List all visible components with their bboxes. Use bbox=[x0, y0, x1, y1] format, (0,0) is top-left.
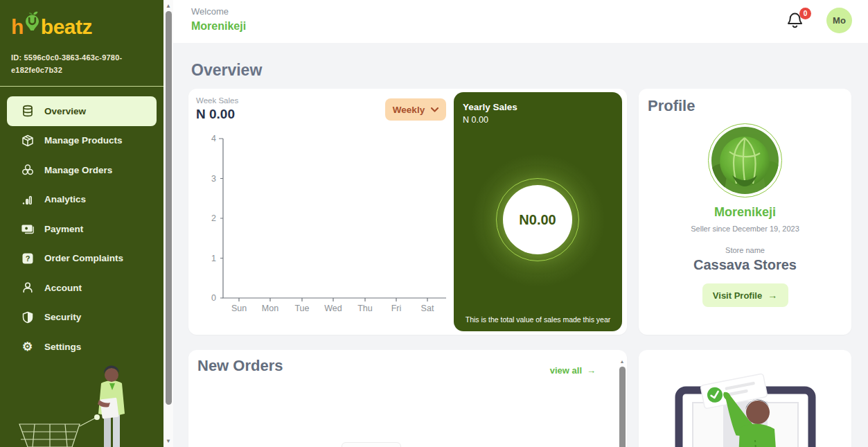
success-check-illustration bbox=[639, 350, 851, 447]
scroll-up-icon[interactable]: ▲ bbox=[163, 2, 173, 10]
yearly-sales-total: N0.00 bbox=[519, 212, 556, 228]
app-window: h beatz ID: 5596c0c0-3863-463c-9780- e18… bbox=[0, 0, 868, 447]
seller-id: ID: 5596c0c0-3863-463c-9780- e182fe0c7b3… bbox=[0, 43, 163, 86]
yearly-sales-card: Yearly Sales N 0.00 N0.00 This is the to… bbox=[454, 92, 622, 331]
store-name-label: Store name bbox=[639, 246, 851, 254]
seller-id-line2: e182fe0c7b32 bbox=[11, 64, 152, 76]
yearly-sales-circle: N0.00 bbox=[503, 185, 572, 254]
notification-button[interactable]: 0 bbox=[787, 11, 805, 30]
svg-text:?: ? bbox=[25, 254, 30, 263]
sidebar-item-settings[interactable]: ⚙ Settings bbox=[7, 332, 157, 362]
sidebar-item-label: Account bbox=[44, 283, 82, 293]
page-scrollbar-thumb[interactable] bbox=[166, 11, 172, 405]
sidebar-item-label: Analytics bbox=[44, 194, 86, 204]
sidebar-item-manage-orders[interactable]: Manage Orders bbox=[7, 155, 157, 185]
visit-profile-button[interactable]: Visit Profile → bbox=[702, 283, 788, 307]
sidebar-divider bbox=[0, 86, 163, 87]
welcome-username: Morenikeji bbox=[191, 20, 246, 33]
y-tick-label: 2 bbox=[211, 213, 216, 223]
x-tick-label: Fri bbox=[391, 304, 402, 313]
page-scrollbar[interactable]: ▲ ▼ bbox=[163, 0, 173, 447]
arrow-right-icon: → bbox=[587, 365, 596, 376]
profile-card: Profile bbox=[639, 89, 851, 335]
sidebar-item-manage-products[interactable]: Manage Products bbox=[7, 126, 157, 156]
question-icon: ? bbox=[21, 252, 34, 265]
profile-avatar[interactable] bbox=[708, 123, 782, 198]
sidebar-item-payment[interactable]: Payment bbox=[7, 214, 157, 244]
seller-id-line1: ID: 5596c0c0-3863-463c-9780- bbox=[11, 51, 152, 64]
orders-scrollbar[interactable]: ▲ bbox=[618, 353, 626, 447]
store-name: Cassava Stores bbox=[639, 257, 851, 273]
database-icon bbox=[21, 105, 34, 118]
visit-profile-label: Visit Profile bbox=[713, 290, 762, 301]
cabbage-photo bbox=[711, 127, 779, 194]
scroll-up-icon[interactable]: ▲ bbox=[618, 359, 626, 364]
card-icon bbox=[21, 222, 34, 236]
logo-text-beatz: beatz bbox=[41, 15, 92, 39]
week-sales-chart: 4 3 2 1 0 Sun Mon Tue Wed Thu Fri Sat bbox=[208, 129, 459, 324]
top-header: Welcome Morenikeji 0 Mo bbox=[173, 0, 868, 43]
yearly-sales-caption: This is the total value of sales made th… bbox=[454, 315, 622, 324]
x-tick-label: Sun bbox=[231, 304, 247, 313]
shield-icon bbox=[21, 310, 34, 324]
x-tick-label: Thu bbox=[357, 304, 373, 313]
x-tick-label: Sat bbox=[421, 304, 434, 313]
new-orders-card: New Orders view all → ▲ bbox=[188, 350, 627, 447]
y-tick-label: 4 bbox=[211, 134, 216, 143]
seller-cart-illustration bbox=[0, 358, 163, 447]
sidebar-item-account[interactable]: Account bbox=[7, 273, 157, 303]
sidebar-item-label: Manage Products bbox=[44, 135, 123, 146]
x-tick-label: Tue bbox=[294, 304, 309, 313]
sidebar-item-label: Security bbox=[44, 312, 81, 322]
user-icon bbox=[21, 281, 34, 295]
week-sales-value: N 0.00 bbox=[196, 107, 235, 122]
sidebar-item-analytics[interactable]: Analytics bbox=[7, 185, 157, 215]
x-tick-label: Wed bbox=[324, 304, 342, 313]
logo-text-h: h bbox=[11, 15, 24, 39]
profile-title: Profile bbox=[648, 97, 695, 115]
orders-cluster-icon bbox=[21, 164, 34, 177]
sidebar-item-label: Payment bbox=[44, 224, 83, 234]
sidebar: h beatz ID: 5596c0c0-3863-463c-9780- e18… bbox=[0, 0, 163, 447]
sidebar-item-order-complaints[interactable]: ? Order Complaints bbox=[7, 244, 157, 274]
new-orders-title: New Orders bbox=[197, 357, 283, 375]
main-content: Overview Week Sales N 0.00 Weekly 4 3 bbox=[173, 43, 868, 447]
view-all-link[interactable]: view all → bbox=[550, 365, 596, 376]
notification-badge: 0 bbox=[799, 8, 811, 19]
welcome-text: Welcome bbox=[191, 6, 229, 17]
avatar[interactable]: Mo bbox=[826, 8, 852, 33]
yearly-sales-value: N 0.00 bbox=[463, 115, 488, 125]
sidebar-item-label: Settings bbox=[44, 342, 81, 352]
sidebar-item-label: Manage Orders bbox=[44, 165, 112, 175]
view-all-label: view all bbox=[550, 365, 582, 376]
bar-chart-icon bbox=[21, 193, 34, 206]
y-tick-label: 1 bbox=[211, 254, 216, 263]
arrow-right-icon: → bbox=[768, 290, 777, 301]
chevron-down-icon bbox=[431, 107, 439, 112]
package-icon bbox=[21, 134, 34, 147]
scroll-down-icon[interactable]: ▼ bbox=[163, 437, 173, 446]
sidebar-item-security[interactable]: Security bbox=[7, 303, 157, 333]
y-tick-label: 3 bbox=[211, 174, 216, 184]
orders-scrollbar-thumb[interactable] bbox=[619, 367, 626, 447]
gear-icon: ⚙ bbox=[21, 340, 34, 353]
sidebar-item-overview[interactable]: Overview bbox=[7, 96, 157, 126]
sidebar-item-label: Overview bbox=[44, 106, 86, 116]
x-tick-label: Mon bbox=[262, 304, 278, 313]
period-dropdown-value: Weekly bbox=[393, 105, 425, 115]
y-tick-label: 0 bbox=[211, 293, 216, 303]
page-title: Overview bbox=[191, 61, 262, 80]
sidebar-item-label: Order Complaints bbox=[44, 253, 123, 263]
profile-seller-since: Seller since December 19, 2023 bbox=[639, 225, 851, 233]
logo-pin-leaf-icon bbox=[24, 11, 40, 38]
empty-state-box bbox=[342, 442, 401, 447]
sidebar-nav: Overview Manage Products bbox=[0, 96, 163, 362]
profile-name: Morenikeji bbox=[639, 205, 851, 220]
period-dropdown[interactable]: Weekly bbox=[385, 98, 446, 121]
yearly-sales-title: Yearly Sales bbox=[463, 102, 517, 112]
promo-illustration-card bbox=[639, 350, 851, 447]
logo[interactable]: h beatz bbox=[0, 0, 163, 43]
week-sales-label: Week Sales bbox=[196, 96, 238, 105]
